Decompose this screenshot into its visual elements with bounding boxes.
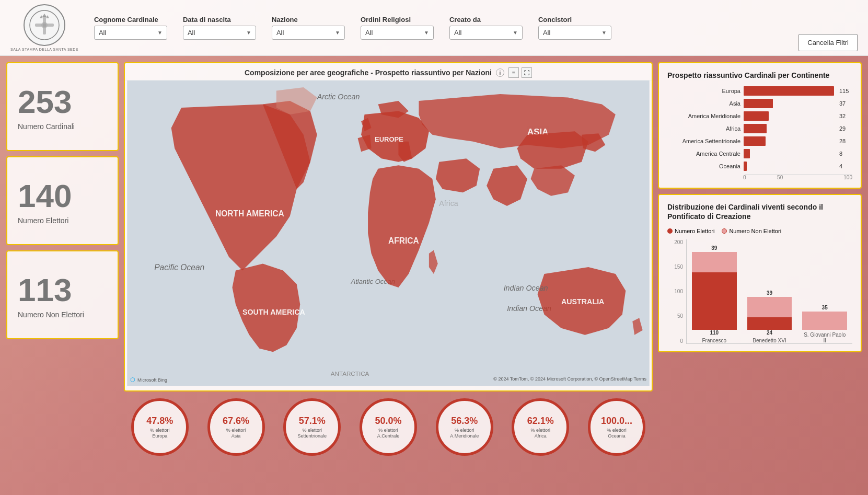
bar-group-giovanni: 35 S. Giovanni Paolo II: [802, 305, 847, 343]
dist-legend: Numero Elettori Numero Non Elettori: [667, 228, 852, 234]
filter-nascita-label: Data di nascita: [183, 16, 256, 24]
svg-text:NORTH AMERICA: NORTH AMERICA: [215, 209, 284, 218]
dist-bars-area: 39 110 Francesco: [686, 239, 852, 344]
kpi-elettori: 140 Numero Elettori: [6, 156, 119, 245]
filter-cognome-select[interactable]: All ▼: [94, 26, 167, 40]
filter-concistori-select[interactable]: All ▼: [538, 26, 611, 40]
circle-settentrionale: 57.1% % elettoriSettentrionale: [283, 398, 341, 456]
map-copyright: © 2024 TomTom, © 2024 Microsoft Corporat…: [493, 376, 646, 383]
kpi-column: 253 Numero Cardinali 140 Numero Elettori…: [6, 62, 119, 458]
circle-ring-settentrionale: 57.1% % elettoriSettentrionale: [283, 398, 341, 456]
circle-ameridionale: 56.3% % elettoriA.Meridionale: [436, 398, 493, 456]
svg-text:Arctic Ocean: Arctic Ocean: [317, 93, 360, 101]
filter-creato-select[interactable]: All ▼: [449, 26, 523, 40]
legend-dot-non-elettori: [722, 228, 727, 234]
circles-row: 47.8% % elettoriEuropa 67.6% % elettoriA…: [124, 396, 653, 458]
svg-text:Pacific Ocean: Pacific Ocean: [154, 263, 204, 272]
bar-row-europa: Europa 115: [667, 86, 852, 96]
filter-nascita-select[interactable]: All ▼: [183, 26, 256, 40]
filter-ordini: Ordini Religiosi All ▼: [361, 16, 434, 40]
svg-text:AFRICA: AFRICA: [388, 236, 419, 245]
filter-concistori-label: Concistori: [538, 16, 611, 24]
dist-chart-title: Distribuzione dei Cardinali viventi seco…: [667, 202, 852, 221]
bar-group-francesco: 39 110 Francesco: [692, 245, 737, 343]
map-footer: ⬡ Microsoft Bing © 2024 TomTom, © 2024 M…: [125, 376, 652, 383]
legend-dot-elettori: [667, 228, 673, 234]
kpi-non-elettori-number: 113: [18, 274, 107, 306]
filter-creato: Creato da All ▼: [449, 16, 523, 40]
chevron-down-icon: ▼: [424, 30, 429, 36]
map-container: Composizione per aree geografiche - Pros…: [124, 62, 653, 392]
kpi-elettori-number: 140: [18, 180, 107, 212]
svg-text:ANTARCTICA: ANTARCTICA: [331, 370, 369, 377]
y-axis: 200 150 100 50 0: [667, 239, 683, 344]
filter-icon[interactable]: ≡: [508, 67, 519, 78]
kpi-cardinali: 253 Numero Cardinali: [6, 62, 119, 151]
circle-ring-oceania: 100.0... % elettoriOceania: [588, 398, 645, 456]
bar-row-africa: Africa 29: [667, 124, 852, 133]
map-area: Arctic Ocean Pacific Ocean Atlantic Ocea…: [125, 80, 652, 386]
circle-africa: 62.1% % elettoriAfrica: [512, 398, 569, 456]
cancel-filters-button[interactable]: Cancella Filtri: [798, 34, 858, 51]
logo-area: Sala Stampa della Santa Sede: [10, 4, 78, 51]
circle-ring-asia: 67.6% % elettoriAsia: [207, 398, 265, 456]
bar-group-benedetto: 39 24 Benedetto XVI: [747, 290, 792, 343]
circle-europa: 47.8% % elettoriEuropa: [131, 398, 189, 456]
chevron-down-icon: ▼: [601, 30, 607, 36]
bar-row-america-meridionale: America Meridionale 32: [667, 111, 852, 121]
bar-chart-title: Prospetto riassuntivo Cardinali per Cont…: [667, 71, 852, 80]
svg-text:Africa: Africa: [439, 199, 458, 208]
header: Sala Stampa della Santa Sede Cognome Car…: [0, 0, 868, 56]
circle-ring-ameridionale: 56.3% % elettoriA.Meridionale: [436, 398, 493, 456]
kpi-non-elettori-label: Numero Non Elettori: [18, 310, 107, 319]
filter-concistori: Concistori All ▼: [538, 16, 611, 40]
svg-text:Indian Ocean: Indian Ocean: [504, 284, 548, 292]
filter-nazione-label: Nazione: [272, 16, 345, 24]
chevron-down-icon: ▼: [513, 30, 518, 36]
circle-ring-acentrale: 50.0% % elettoriA.Centrale: [360, 398, 417, 456]
bing-logo: ⬡ Microsoft Bing: [130, 376, 167, 383]
circle-ring-europa: 47.8% % elettoriEuropa: [131, 398, 189, 456]
filter-creato-label: Creato da: [449, 16, 523, 24]
dist-bar-chart: 200 150 100 50 0 39: [667, 239, 852, 344]
bar-chart-panel: Prospetto riassuntivo Cardinali per Cont…: [658, 62, 862, 189]
filter-ordini-select[interactable]: All ▼: [361, 26, 434, 40]
kpi-non-elettori: 113 Numero Non Elettori: [6, 250, 119, 339]
expand-icon[interactable]: ⛶: [522, 67, 532, 78]
svg-marker-4: [42, 14, 47, 17]
filter-nazione-select[interactable]: All ▼: [272, 26, 345, 40]
chevron-down-icon: ▼: [157, 30, 163, 36]
circle-oceania: 100.0... % elettoriOceania: [588, 398, 645, 456]
bar-row-america-centrale: America Centrale 8: [667, 149, 852, 158]
circle-acentrale: 50.0% % elettoriA.Centrale: [360, 398, 417, 456]
svg-point-3: [41, 22, 48, 28]
bar-row-america-settentrionale: America Settentrionale 28: [667, 136, 852, 146]
right-column: Prospetto riassuntivo Cardinali per Cont…: [658, 62, 862, 458]
chevron-down-icon: ▼: [335, 30, 340, 36]
circle-ring-africa: 62.1% % elettoriAfrica: [512, 398, 569, 456]
kpi-cardinali-number: 253: [18, 86, 107, 118]
bar-row-oceania: Oceania 4: [667, 162, 852, 171]
info-icon: i: [496, 68, 504, 77]
bar-chart: Europa 115 Asia 37 America: [667, 86, 852, 180]
logo-subtitle: Sala Stampa della Santa Sede: [10, 48, 78, 51]
map-title: Composizione per aree geografiche - Pros…: [125, 63, 652, 80]
filter-ordini-label: Ordini Religiosi: [361, 16, 434, 24]
bing-icon: ⬡: [130, 376, 135, 383]
dist-chart-panel: Distribuzione dei Cardinali viventi seco…: [658, 194, 862, 352]
chevron-down-icon: ▼: [246, 30, 251, 36]
filter-nascita: Data di nascita All ▼: [183, 16, 256, 40]
legend-non-elettori: Numero Non Elettori: [722, 228, 781, 234]
center-column: Composizione per aree geografiche - Pros…: [124, 62, 653, 458]
filter-cognome: Cognome Cardinale All ▼: [94, 16, 167, 40]
circle-asia: 67.6% % elettoriAsia: [207, 398, 265, 456]
filter-cognome-label: Cognome Cardinale: [94, 16, 167, 24]
kpi-cardinali-label: Numero Cardinali: [18, 122, 107, 131]
svg-text:SOUTH AMERICA: SOUTH AMERICA: [242, 308, 305, 316]
legend-elettori: Numero Elettori: [667, 228, 714, 234]
bar-row-asia: Asia 37: [667, 99, 852, 108]
vatican-logo: [24, 4, 65, 46]
svg-text:AUSTRALIA: AUSTRALIA: [561, 297, 604, 306]
main-content: 253 Numero Cardinali 140 Numero Elettori…: [0, 56, 868, 463]
filter-nazione: Nazione All ▼: [272, 16, 345, 40]
